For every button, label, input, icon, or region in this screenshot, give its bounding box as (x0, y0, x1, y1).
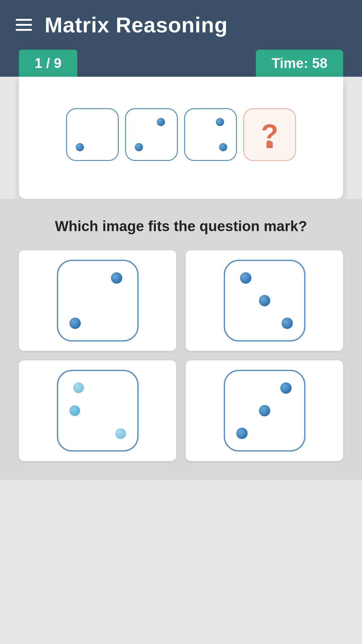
dot (157, 118, 165, 126)
header: Matrix Reasoning (0, 0, 362, 50)
meta-row: 1 / 9 Time: 58 (0, 50, 362, 77)
dice-question: ? (243, 108, 296, 161)
dot (73, 382, 84, 393)
dot (115, 428, 126, 439)
progress-badge: 1 / 9 (19, 50, 77, 77)
dot (280, 382, 292, 394)
dot (219, 143, 227, 151)
question-square (266, 142, 273, 148)
answer-option-a[interactable] (19, 250, 176, 351)
instruction-text: Which image fits the question mark? (19, 218, 343, 235)
dot (259, 405, 270, 416)
dot (240, 272, 251, 284)
dot (135, 143, 143, 151)
dot (236, 428, 248, 439)
dot (282, 318, 293, 329)
dot (111, 272, 122, 284)
dot (76, 143, 84, 151)
answer-dice-d (224, 370, 305, 452)
dot (69, 405, 80, 416)
dot (69, 318, 81, 329)
answer-grid (19, 250, 343, 480)
dot (216, 118, 224, 126)
dice-3 (184, 108, 237, 161)
gray-section: Which image fits the question mark? (0, 199, 362, 480)
answer-option-b[interactable] (186, 250, 343, 351)
answer-dice-a (57, 260, 139, 341)
dot (259, 295, 270, 306)
dice-row: ? (31, 96, 331, 174)
page-title: Matrix Reasoning (45, 13, 228, 37)
answer-dice-b (224, 260, 305, 341)
dice-1 (66, 108, 119, 161)
answer-dice-c (57, 370, 139, 452)
answer-option-c[interactable] (19, 360, 176, 461)
dice-2 (125, 108, 178, 161)
answer-option-d[interactable] (186, 360, 343, 461)
question-card: ? (19, 77, 343, 199)
timer-badge: Time: 58 (256, 50, 343, 77)
menu-button[interactable] (16, 19, 32, 31)
